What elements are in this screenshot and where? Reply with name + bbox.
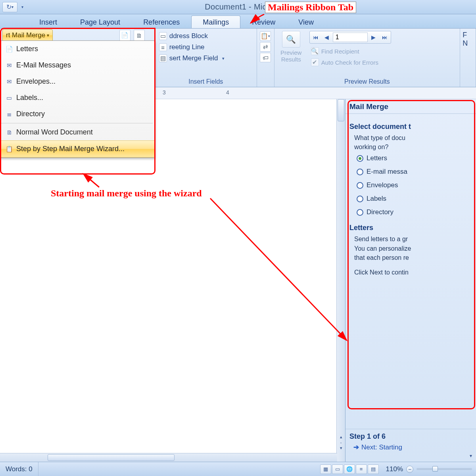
first-record-button[interactable]: ⏮ <box>311 33 321 42</box>
find-recipient-button[interactable]: 🔍Find Recipient <box>309 46 391 56</box>
group-label-insert-fields: Insert Fields <box>155 77 257 87</box>
menu-directory[interactable]: ≣Directory <box>0 106 154 122</box>
record-number-input[interactable] <box>333 33 368 42</box>
tab-page-layout[interactable]: Page Layout <box>69 15 132 28</box>
scroll-object-icon[interactable]: ◦ <box>337 440 345 445</box>
address-block-icon: ▭ <box>159 32 167 40</box>
update-labels-icon[interactable]: 🏷 <box>260 53 271 62</box>
qat-customize-arrow[interactable]: ▾ <box>21 5 23 9</box>
last-record-button[interactable]: ⏭ <box>380 33 390 42</box>
scroll-down-spin[interactable]: ▾ <box>337 445 345 451</box>
tab-view[interactable]: View <box>287 15 325 28</box>
wizard-icon: 📋 <box>5 145 13 153</box>
print-layout-view-button[interactable]: ▦ <box>320 464 331 474</box>
group-preview-results: 🔍 Preview Results ⏮ ◀ ▶ ⏭ 🔍Find Recipien… <box>274 29 460 87</box>
redo-button[interactable]: ↻ ▾ <box>2 2 17 12</box>
title-bar: ↻ ▾ ▾ Document1 - Microsoft W <box>0 0 476 14</box>
zoom-percent[interactable]: 110% <box>386 465 403 473</box>
tab-mailings[interactable]: Mailings <box>191 15 240 28</box>
start-mail-merge-menu: 📄Letters ✉E-Mail Messages ✉Envelopes... … <box>0 40 155 158</box>
envelope-icon: ✉ <box>5 78 13 86</box>
zoom-slider[interactable] <box>416 468 472 470</box>
radio-icon <box>357 196 363 202</box>
group-write-insert-fields: ▭ddress Block ≡reeting Line ▤sert Merge … <box>155 29 257 87</box>
step-indicator: Step 1 of 6 <box>349 432 472 441</box>
menu-envelopes[interactable]: ✉Envelopes... <box>0 73 154 90</box>
zoom-out-button[interactable]: − <box>406 466 413 473</box>
radio-icon <box>357 169 363 175</box>
menu-normal-document[interactable]: 🗎Normal Word Document <box>0 124 154 140</box>
vertical-scrollbar[interactable]: ▴ ◦ ▾ <box>336 99 345 462</box>
group-label-blank <box>257 77 274 87</box>
outline-view-button[interactable]: ≡ <box>356 464 367 474</box>
chevron-down-icon: ▾ <box>47 33 49 38</box>
letters-icon: 📄 <box>5 45 13 53</box>
menu-email[interactable]: ✉E-Mail Messages <box>0 57 154 73</box>
find-icon: 🔍 <box>311 47 319 55</box>
directory-icon: ≣ <box>5 110 13 118</box>
merge-field-icon: ▤ <box>159 54 167 62</box>
start-mail-merge-button[interactable]: rt Mail Merge ▾ <box>2 29 53 41</box>
next-link[interactable]: ➔Next: Starting <box>349 441 472 451</box>
quick-access-toolbar: ↻ ▾ ▾ <box>0 2 26 12</box>
tab-review[interactable]: Review <box>240 15 287 28</box>
zoom-thumb[interactable] <box>432 466 438 472</box>
document-icon[interactable]: 🗎 <box>134 30 145 41</box>
letters-text-3: that each person re <box>349 253 472 262</box>
rules-icon[interactable]: 📋▾ <box>260 31 271 41</box>
menu-letters[interactable]: 📄Letters <box>0 41 154 57</box>
letters-text-2: You can personalize <box>349 244 472 253</box>
scroll-thumb[interactable] <box>338 99 344 121</box>
labels-icon: ▭ <box>5 94 13 102</box>
auto-check-errors-button[interactable]: ✔Auto Check for Errors <box>309 57 391 67</box>
tab-references[interactable]: References <box>132 15 191 28</box>
horizontal-scroll-thumb[interactable] <box>48 454 175 461</box>
preview-icon: 🔍 <box>282 31 300 48</box>
horizontal-scrollbar[interactable] <box>0 453 337 462</box>
select-document-question: What type of docu working on? <box>349 133 472 152</box>
chevron-down-icon: ▾ <box>222 56 225 61</box>
radio-directory[interactable]: Directory <box>349 205 472 219</box>
zoom-control: 110% − <box>382 465 476 473</box>
word-count[interactable]: Words: 0 <box>0 462 38 476</box>
scroll-up-spin[interactable]: ▴ <box>337 434 345 440</box>
letters-heading: Letters <box>349 224 472 232</box>
mail-merge-task-pane: Mail Merge Select document t What type o… <box>345 99 476 462</box>
radio-email[interactable]: E-mail messa <box>349 165 472 178</box>
previous-record-button[interactable]: ◀ <box>322 33 332 42</box>
greeting-line-button[interactable]: ≡reeting Line <box>157 42 254 52</box>
radio-envelopes[interactable]: Envelopes <box>349 178 472 192</box>
tab-insert[interactable]: Insert <box>28 15 69 28</box>
window-title: Document1 - Microsoft W <box>26 2 476 12</box>
group-start-mail-merge: rt Mail Merge ▾ 📄 🗎 📄Letters ✉E-Mail Mes… <box>0 29 155 87</box>
preview-results-button[interactable]: 🔍 Preview Results <box>277 30 305 63</box>
qat-dropdown-arrow[interactable]: ▾ <box>12 5 13 9</box>
click-next-text: Click Next to contin <box>349 268 472 277</box>
draft-view-button[interactable]: ▤ <box>368 464 379 474</box>
highlight-merge-fields-icon[interactable]: 📄 <box>119 30 131 41</box>
radio-selected-icon <box>357 155 363 162</box>
view-buttons: ▦ ▭ 🌐 ≡ ▤ <box>317 464 382 474</box>
document-icon: 🗎 <box>5 129 13 136</box>
status-bar: Words: 0 ▦ ▭ 🌐 ≡ ▤ 110% − <box>0 462 476 476</box>
group-rules: 📋▾ ⇄ 🏷 <box>257 29 274 87</box>
radio-labels[interactable]: Labels <box>349 192 472 205</box>
menu-labels[interactable]: ▭Labels... <box>0 90 154 106</box>
web-layout-view-button[interactable]: 🌐 <box>344 464 355 474</box>
insert-merge-field-button[interactable]: ▤sert Merge Field▾ <box>157 53 254 63</box>
start-mail-merge-label: rt Mail Merge <box>6 31 45 39</box>
full-screen-view-button[interactable]: ▭ <box>332 464 343 474</box>
radio-letters[interactable]: Letters <box>349 152 472 165</box>
address-block-button[interactable]: ▭ddress Block <box>157 31 254 41</box>
pane-dropdown-arrow[interactable]: ▾ <box>349 453 472 459</box>
menu-step-by-step-wizard[interactable]: 📋Step by Step Mail Merge Wizard... <box>0 140 154 157</box>
greeting-icon: ≡ <box>159 43 167 51</box>
next-record-button[interactable]: ▶ <box>369 33 379 42</box>
match-fields-icon[interactable]: ⇄ <box>260 42 271 52</box>
ribbon-tabs: Insert Page Layout References Mailings R… <box>0 14 476 29</box>
radio-icon <box>357 182 363 189</box>
email-icon: ✉ <box>5 61 13 69</box>
record-navigation: ⏮ ◀ ▶ ⏭ <box>309 31 391 44</box>
task-pane-title: Mail Merge <box>345 99 476 114</box>
check-icon: ✔ <box>311 58 319 66</box>
